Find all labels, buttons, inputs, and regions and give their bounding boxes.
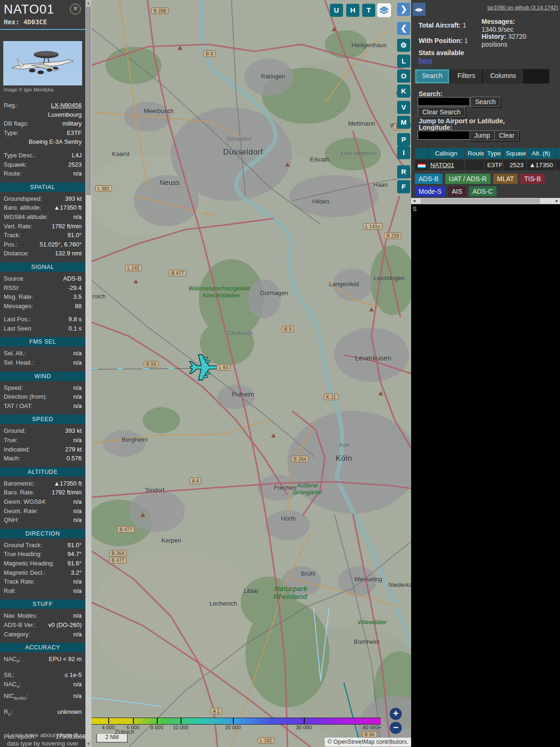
table-header-spd[interactable]: Spd <box>556 148 560 159</box>
table-header-type[interactable]: Type <box>485 148 503 159</box>
legend-modes[interactable]: Mode-S <box>415 186 445 197</box>
table-row[interactable]: NATO01E3TF2523▲17350 <box>415 160 560 170</box>
aircraft-info-rows: Reg.:LX-N90456LuxembourgDB flags:militar… <box>0 101 85 178</box>
detail-row: TAT / OAT:n/a <box>0 402 85 411</box>
map-button-M[interactable]: M <box>397 116 410 129</box>
legend-mlat[interactable]: MLAT <box>493 174 518 184</box>
detail-value: n/a <box>73 612 82 620</box>
source-legend-row2: Mode-SAISADS-C <box>415 186 499 197</box>
detail-row: Sel. Alt.:n/a <box>0 349 85 358</box>
history-trail-diagonal <box>91 698 161 706</box>
detail-label: Indicated: <box>4 445 30 454</box>
scroll-right-icon[interactable]: ► <box>554 198 560 204</box>
panel-horizontal-scrollbar[interactable]: ◄ ► <box>411 198 560 204</box>
callsign-link[interactable]: NATO01 <box>430 162 454 169</box>
map-button-H[interactable]: H <box>346 4 359 17</box>
luxembourg-flag <box>417 163 426 169</box>
detail-row: Baro. Rate:1792 ft/min <box>0 488 85 497</box>
history-label: History: <box>482 33 506 40</box>
detail-label: Ground Track: <box>4 541 42 550</box>
map-button-K[interactable]: K <box>397 85 410 98</box>
colorbar-tick-label: 8 000 <box>150 725 163 730</box>
zoom-out-button[interactable]: − <box>390 722 402 734</box>
detail-label: Geom. Rate: <box>4 507 38 515</box>
cell-spd <box>556 160 560 170</box>
table-header-flag[interactable] <box>415 148 427 159</box>
panel-toggle-button[interactable]: ◀▶ <box>413 3 426 16</box>
registration-link[interactable]: LX-N90456 <box>51 101 82 110</box>
legend-adsc[interactable]: ADS-C <box>469 186 497 197</box>
zoom-in-button[interactable]: + <box>390 708 402 720</box>
map-button-T[interactable]: T <box>362 4 375 17</box>
clear-jump-button[interactable]: Clear <box>494 130 519 141</box>
city-label-hrth: Hürth <box>281 515 296 522</box>
collapse-button[interactable]: ❮ <box>397 22 410 35</box>
detail-value: n/a <box>73 692 82 700</box>
clear-search-button[interactable]: Clear Search <box>418 107 465 117</box>
search-button[interactable]: Search <box>470 97 500 107</box>
detail-row: NACV:n/a <box>0 680 85 691</box>
table-header-callsign[interactable]: Callsign <box>428 148 464 159</box>
legend-tisb[interactable]: TIS-B <box>520 174 545 184</box>
map-button-L[interactable]: L <box>397 55 410 68</box>
search-input[interactable] <box>418 97 470 106</box>
map-button-U[interactable]: U <box>330 4 343 17</box>
map-button-O[interactable]: O <box>397 70 410 83</box>
detail-label: Barometric: <box>4 479 35 488</box>
scroll-down-icon[interactable]: ▼ <box>85 741 91 747</box>
city-label-wesseling: Wesseling <box>354 576 382 583</box>
road-badge-k11: K 11 <box>324 394 338 400</box>
legend-adsb[interactable]: ADS-B <box>415 174 442 184</box>
detail-label: Ground: <box>4 427 26 435</box>
sidebar-scrollbar[interactable]: ▲ ▼ <box>85 0 91 747</box>
map-button-V[interactable]: V <box>397 101 410 114</box>
detail-label: RSSI: <box>4 284 20 292</box>
scroll-left-icon[interactable]: ◄ <box>411 198 417 204</box>
map-button-F[interactable]: F <box>397 180 410 193</box>
detail-value: n/a <box>73 384 82 392</box>
scrollbar-thumb[interactable] <box>86 7 91 195</box>
tab-columns[interactable]: Columns <box>483 69 523 84</box>
detail-value: 393 kt <box>65 195 82 203</box>
expand-sidebar-button[interactable]: ❯ <box>397 3 410 16</box>
detail-value: unknown <box>57 708 82 716</box>
tab-filters[interactable]: Filters <box>450 69 482 84</box>
map-canvas[interactable]: HeiligenhausVelbertRatingenMeerbuschMett… <box>91 0 411 747</box>
detail-value: ADS-B <box>63 275 82 283</box>
map-button-P[interactable]: P <box>397 133 410 146</box>
close-icon[interactable]: ✕ <box>70 4 81 14</box>
detail-value: n/a <box>73 498 82 506</box>
detail-row: Direction (from):n/a <box>0 392 85 402</box>
attribution-prefix: © <box>328 739 334 745</box>
city-label-kreismettmann: Kreis Mettmann <box>341 150 377 156</box>
stats-here-link[interactable]: here <box>419 57 433 64</box>
pos-epoch-label: Pos. epoch: <box>4 733 36 741</box>
legend-ais[interactable]: AIS <box>448 186 466 197</box>
openstreetmap-link[interactable]: OpenStreetMap <box>333 739 374 745</box>
road-badge-b9: B 9 <box>282 326 294 332</box>
detail-value: military <box>63 120 82 128</box>
colorbar-tick-label: 6 000 <box>126 725 140 730</box>
scroll-up-icon[interactable]: ▲ <box>85 0 91 6</box>
jump-input[interactable] <box>418 131 470 140</box>
road-badge-b477: B 477 <box>109 557 126 564</box>
table-header-route[interactable]: Route <box>465 148 484 159</box>
map-button-I[interactable]: I <box>397 146 410 159</box>
aircraft-photo[interactable] <box>3 41 82 85</box>
detail-label: Messages: <box>4 302 33 310</box>
detail-label: Sel. Head.: <box>4 359 34 367</box>
legend-uatadsr[interactable]: UAT / ADS-R <box>445 174 490 184</box>
road-badge-b8: B 8 <box>203 50 216 57</box>
tab-search[interactable]: Search <box>415 69 449 84</box>
city-label-liblar: Liblar <box>244 587 259 594</box>
map-button-R[interactable]: R <box>397 165 410 178</box>
jump-button[interactable]: Jump <box>469 130 495 141</box>
settings-button[interactable]: ⚙ <box>397 39 410 52</box>
github-link[interactable]: tar1090 on github (3.14.1742) <box>487 5 558 10</box>
table-header-altft[interactable]: Alt. (ft) <box>527 148 555 159</box>
layers-button[interactable] <box>377 3 391 17</box>
hscroll-thumb[interactable] <box>420 198 540 204</box>
detail-value: n/a <box>73 630 82 639</box>
table-header-squawk[interactable]: Squawk <box>504 148 526 159</box>
nature-label: Grüngürtel <box>293 489 322 496</box>
